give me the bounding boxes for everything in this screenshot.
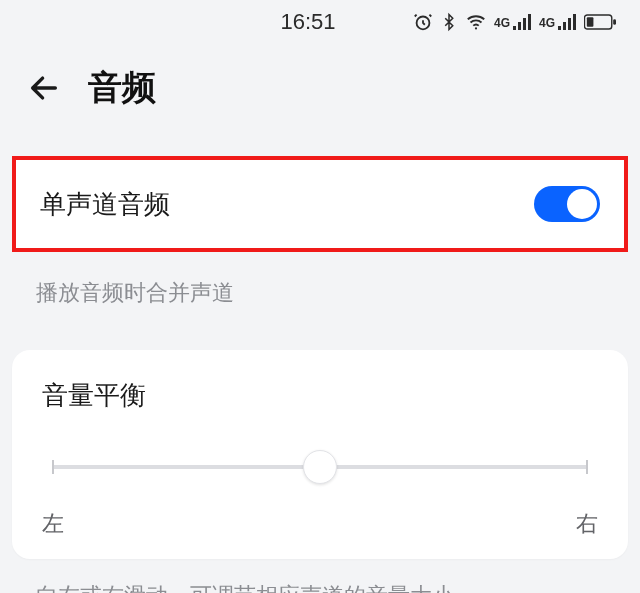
status-bar: 16:51 4G 4G [0, 0, 640, 44]
signal-bars-icon [558, 14, 578, 30]
balance-end-labels: 左 右 [42, 509, 598, 539]
svg-rect-12 [613, 19, 616, 25]
svg-rect-5 [528, 14, 531, 30]
arrow-left-icon [27, 71, 61, 105]
mono-audio-helper: 播放音频时合并声道 [12, 260, 628, 338]
mono-audio-row[interactable]: 单声道音频 [16, 160, 624, 248]
balance-helper: 向左或右滑动，可调节相应声道的音量大小 [12, 559, 628, 593]
signal-2: 4G [539, 14, 578, 30]
balance-right-label: 右 [576, 509, 598, 539]
mono-audio-highlight: 单声道音频 [12, 156, 628, 252]
signal-1-label: 4G [494, 16, 510, 30]
wifi-icon [464, 11, 488, 33]
svg-rect-9 [573, 14, 576, 30]
svg-rect-6 [558, 26, 561, 30]
svg-rect-7 [563, 22, 566, 30]
bluetooth-icon [440, 11, 458, 33]
balance-card: 音量平衡 左 右 [12, 350, 628, 559]
balance-title: 音量平衡 [42, 378, 598, 413]
back-button[interactable] [24, 68, 64, 108]
svg-point-1 [475, 27, 477, 29]
svg-rect-8 [568, 18, 571, 30]
status-time: 16:51 [205, 9, 410, 35]
balance-slider[interactable] [42, 447, 598, 487]
signal-2-label: 4G [539, 16, 555, 30]
svg-rect-11 [587, 17, 594, 26]
svg-rect-3 [518, 22, 521, 30]
signal-bars-icon [513, 14, 533, 30]
mono-audio-toggle[interactable] [534, 186, 600, 222]
svg-rect-2 [513, 26, 516, 30]
status-icons: 4G 4G [411, 11, 616, 33]
page-title: 音频 [88, 65, 156, 111]
signal-1: 4G [494, 14, 533, 30]
slider-thumb[interactable] [303, 450, 337, 484]
mono-audio-label: 单声道音频 [40, 187, 170, 222]
toggle-knob [567, 189, 597, 219]
battery-icon [584, 14, 616, 30]
balance-left-label: 左 [42, 509, 64, 539]
content: 单声道音频 播放音频时合并声道 音量平衡 左 右 向左或右滑动，可调节相应声道的… [0, 156, 640, 593]
svg-rect-4 [523, 18, 526, 30]
app-bar: 音频 [0, 44, 640, 132]
alarm-icon [412, 11, 434, 33]
